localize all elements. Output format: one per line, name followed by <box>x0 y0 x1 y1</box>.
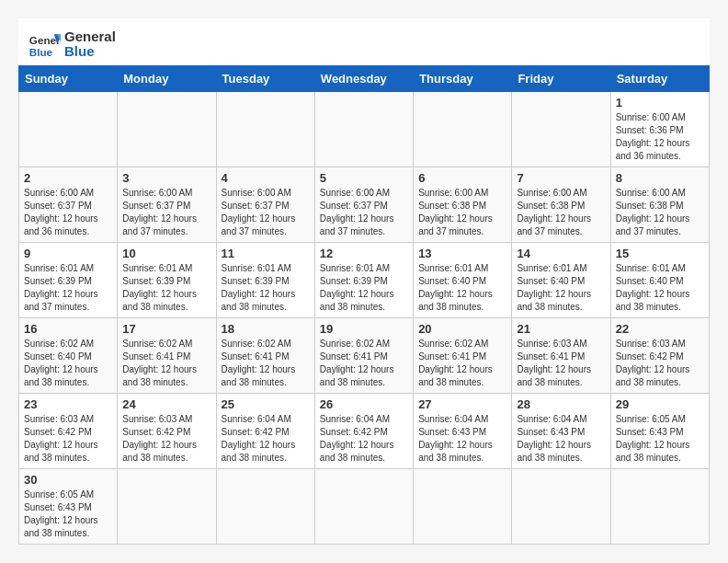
calendar-header-row: SundayMondayTuesdayWednesdayThursdayFrid… <box>19 66 710 92</box>
day-info: Sunrise: 6:01 AM Sunset: 6:39 PM Dayligh… <box>122 262 210 314</box>
day-number: 5 <box>320 171 408 185</box>
day-number: 13 <box>418 247 506 260</box>
day-number: 21 <box>517 322 605 336</box>
day-number: 1 <box>616 96 704 109</box>
day-info: Sunrise: 6:00 AM Sunset: 6:37 PM Dayligh… <box>24 187 112 238</box>
day-info: Sunrise: 6:03 AM Sunset: 6:42 PM Dayligh… <box>122 413 210 465</box>
calendar-week-row: 16Sunrise: 6:02 AM Sunset: 6:40 PM Dayli… <box>19 318 710 394</box>
day-info: Sunrise: 6:05 AM Sunset: 6:43 PM Dayligh… <box>24 488 112 540</box>
calendar-cell: 8Sunrise: 6:00 AM Sunset: 6:38 PM Daylig… <box>610 167 709 243</box>
calendar-cell <box>512 469 610 545</box>
calendar-cell: 21Sunrise: 6:03 AM Sunset: 6:41 PM Dayli… <box>512 318 610 394</box>
day-info: Sunrise: 6:03 AM Sunset: 6:42 PM Dayligh… <box>616 338 704 389</box>
calendar-cell: 22Sunrise: 6:03 AM Sunset: 6:42 PM Dayli… <box>610 318 709 394</box>
calendar-cell: 23Sunrise: 6:03 AM Sunset: 6:42 PM Dayli… <box>19 394 118 469</box>
calendar-cell: 1Sunrise: 6:00 AM Sunset: 6:36 PM Daylig… <box>610 92 709 167</box>
day-number: 23 <box>24 397 112 411</box>
calendar-cell: 15Sunrise: 6:01 AM Sunset: 6:40 PM Dayli… <box>610 243 709 318</box>
day-info: Sunrise: 6:02 AM Sunset: 6:40 PM Dayligh… <box>24 338 112 389</box>
day-number: 16 <box>24 322 112 336</box>
calendar-cell: 6Sunrise: 6:00 AM Sunset: 6:38 PM Daylig… <box>414 167 512 243</box>
calendar-week-row: 23Sunrise: 6:03 AM Sunset: 6:42 PM Dayli… <box>19 394 710 469</box>
day-number: 14 <box>517 247 605 260</box>
day-info: Sunrise: 6:01 AM Sunset: 6:39 PM Dayligh… <box>222 262 310 314</box>
calendar-cell: 27Sunrise: 6:04 AM Sunset: 6:43 PM Dayli… <box>414 394 512 469</box>
day-info: Sunrise: 6:00 AM Sunset: 6:37 PM Dayligh… <box>320 187 408 238</box>
calendar-cell: 18Sunrise: 6:02 AM Sunset: 6:41 PM Dayli… <box>216 318 314 394</box>
day-info: Sunrise: 6:01 AM Sunset: 6:40 PM Dayligh… <box>418 262 506 314</box>
day-number: 18 <box>222 322 310 336</box>
day-number: 2 <box>24 171 112 185</box>
calendar-cell: 14Sunrise: 6:01 AM Sunset: 6:40 PM Dayli… <box>512 243 610 318</box>
day-info: Sunrise: 6:00 AM Sunset: 6:36 PM Dayligh… <box>616 111 704 163</box>
calendar-cell: 4Sunrise: 6:00 AM Sunset: 6:37 PM Daylig… <box>216 167 314 243</box>
day-info: Sunrise: 6:04 AM Sunset: 6:42 PM Dayligh… <box>320 413 408 465</box>
day-info: Sunrise: 6:02 AM Sunset: 6:41 PM Dayligh… <box>222 338 310 389</box>
day-info: Sunrise: 6:04 AM Sunset: 6:43 PM Dayligh… <box>418 413 506 465</box>
day-number: 26 <box>320 397 408 411</box>
calendar-cell: 17Sunrise: 6:02 AM Sunset: 6:41 PM Dayli… <box>118 318 216 394</box>
day-info: Sunrise: 6:03 AM Sunset: 6:41 PM Dayligh… <box>517 338 605 389</box>
day-number: 24 <box>122 397 210 411</box>
day-info: Sunrise: 6:00 AM Sunset: 6:38 PM Dayligh… <box>517 187 605 238</box>
day-info: Sunrise: 6:02 AM Sunset: 6:41 PM Dayligh… <box>418 338 506 389</box>
day-info: Sunrise: 6:04 AM Sunset: 6:43 PM Dayligh… <box>517 413 605 465</box>
calendar-cell <box>118 469 216 545</box>
calendar-cell: 5Sunrise: 6:00 AM Sunset: 6:37 PM Daylig… <box>314 167 413 243</box>
calendar-table: SundayMondayTuesdayWednesdayThursdayFrid… <box>18 65 710 545</box>
day-info: Sunrise: 6:02 AM Sunset: 6:41 PM Dayligh… <box>122 338 210 389</box>
calendar-cell <box>512 92 610 167</box>
day-number: 3 <box>122 171 210 185</box>
calendar-cell: 24Sunrise: 6:03 AM Sunset: 6:42 PM Dayli… <box>118 394 216 469</box>
col-header-saturday: Saturday <box>610 66 709 92</box>
calendar-cell <box>216 92 314 167</box>
calendar-week-row: 9Sunrise: 6:01 AM Sunset: 6:39 PM Daylig… <box>19 243 710 318</box>
svg-text:Blue: Blue <box>29 46 53 58</box>
calendar-week-row: 2Sunrise: 6:00 AM Sunset: 6:37 PM Daylig… <box>19 167 710 243</box>
col-header-wednesday: Wednesday <box>314 66 413 92</box>
logo: General Blue General Blue <box>28 28 116 61</box>
day-number: 6 <box>418 171 506 185</box>
calendar-cell: 10Sunrise: 6:01 AM Sunset: 6:39 PM Dayli… <box>118 243 216 318</box>
day-info: Sunrise: 6:01 AM Sunset: 6:40 PM Dayligh… <box>517 262 605 314</box>
day-number: 27 <box>418 397 506 411</box>
day-number: 15 <box>616 247 704 260</box>
calendar-cell: 9Sunrise: 6:01 AM Sunset: 6:39 PM Daylig… <box>19 243 118 318</box>
calendar-cell <box>216 469 314 545</box>
calendar-week-row: 30Sunrise: 6:05 AM Sunset: 6:43 PM Dayli… <box>19 469 710 545</box>
calendar-cell: 25Sunrise: 6:04 AM Sunset: 6:42 PM Dayli… <box>216 394 314 469</box>
day-number: 17 <box>122 322 210 336</box>
calendar-cell: 11Sunrise: 6:01 AM Sunset: 6:39 PM Dayli… <box>216 243 314 318</box>
day-number: 29 <box>616 397 704 411</box>
col-header-tuesday: Tuesday <box>216 66 314 92</box>
calendar-cell: 13Sunrise: 6:01 AM Sunset: 6:40 PM Dayli… <box>414 243 512 318</box>
calendar-cell: 26Sunrise: 6:04 AM Sunset: 6:42 PM Dayli… <box>314 394 413 469</box>
calendar-cell: 20Sunrise: 6:02 AM Sunset: 6:41 PM Dayli… <box>414 318 512 394</box>
day-info: Sunrise: 6:02 AM Sunset: 6:41 PM Dayligh… <box>320 338 408 389</box>
calendar-cell <box>314 92 413 167</box>
calendar-cell <box>414 469 512 545</box>
col-header-thursday: Thursday <box>414 66 512 92</box>
logo-blue-text: Blue <box>64 44 116 60</box>
day-number: 30 <box>24 473 112 487</box>
calendar-cell <box>314 469 413 545</box>
day-info: Sunrise: 6:00 AM Sunset: 6:37 PM Dayligh… <box>222 187 310 238</box>
day-info: Sunrise: 6:01 AM Sunset: 6:39 PM Dayligh… <box>320 262 408 314</box>
day-info: Sunrise: 6:05 AM Sunset: 6:43 PM Dayligh… <box>616 413 704 465</box>
day-number: 19 <box>320 322 408 336</box>
col-header-monday: Monday <box>118 66 216 92</box>
day-number: 10 <box>122 247 210 260</box>
calendar-cell: 19Sunrise: 6:02 AM Sunset: 6:41 PM Dayli… <box>314 318 413 394</box>
calendar-cell: 7Sunrise: 6:00 AM Sunset: 6:38 PM Daylig… <box>512 167 610 243</box>
day-number: 20 <box>418 322 506 336</box>
day-info: Sunrise: 6:00 AM Sunset: 6:38 PM Dayligh… <box>616 187 704 238</box>
calendar-week-row: 1Sunrise: 6:00 AM Sunset: 6:36 PM Daylig… <box>19 92 710 167</box>
col-header-friday: Friday <box>512 66 610 92</box>
header: General Blue General Blue <box>18 18 710 65</box>
calendar-cell <box>19 92 118 167</box>
day-number: 8 <box>616 171 704 185</box>
day-number: 7 <box>517 171 605 185</box>
day-number: 22 <box>616 322 704 336</box>
calendar-cell: 3Sunrise: 6:00 AM Sunset: 6:37 PM Daylig… <box>118 167 216 243</box>
calendar-cell <box>414 92 512 167</box>
